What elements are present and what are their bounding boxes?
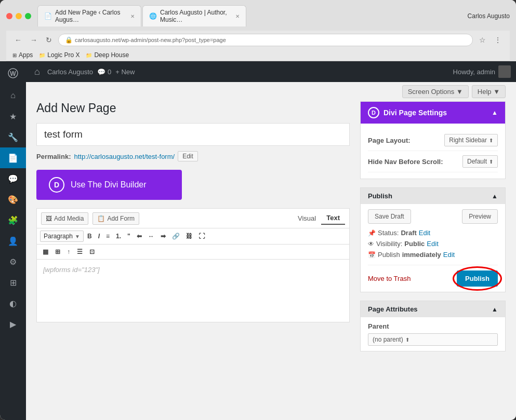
minimize-traffic-light[interactable] xyxy=(16,13,22,19)
page-layout-label: Page Layout: xyxy=(368,137,439,144)
parent-chevron: ⬆ xyxy=(405,337,409,343)
sidebar-item-appearance[interactable]: 🎨 xyxy=(0,189,26,210)
publish-panel-body: Save Draft Preview 📌 Status: Draft Edit xyxy=(361,204,505,292)
align-right-button[interactable]: ➡ xyxy=(158,231,168,241)
bookmark-deephouse[interactable]: 📁 Deep House xyxy=(86,51,129,59)
table-button[interactable]: ▦ xyxy=(40,247,51,257)
move-to-trash-link[interactable]: Move to Trash xyxy=(368,275,411,282)
permalink-edit-button[interactable]: Edit xyxy=(178,151,198,161)
publish-collapse[interactable]: ▲ xyxy=(492,193,498,200)
help-button[interactable]: Help ▼ xyxy=(472,85,506,98)
browser-tab-1[interactable]: 📄 Add New Page ‹ Carlos Augus… ✕ xyxy=(37,5,141,26)
admin-avatar[interactable] xyxy=(498,65,511,78)
admin-bar-comments[interactable]: 💬 0 xyxy=(97,68,111,76)
admin-bar-new[interactable]: + New xyxy=(115,68,135,76)
divi-panel-header[interactable]: D Divi Page Settings ▲ xyxy=(361,102,505,124)
parent-select[interactable]: (no parent) ⬆ xyxy=(368,333,498,346)
visibility-value: Public xyxy=(404,240,425,248)
status-row: 📌 Status: Draft Edit xyxy=(368,229,498,237)
sidebar-item-pages[interactable]: 📄 xyxy=(0,147,26,168)
sidebar-item-dashboard[interactable]: ⌂ xyxy=(0,85,26,106)
divi-d-circle: D xyxy=(49,177,64,193)
fullscreen-button[interactable]: ⛶ xyxy=(196,231,207,241)
sidebar-item-users[interactable]: 👤 xyxy=(0,231,26,251)
tab-2-label: Carlos Augusto | Author, Music… xyxy=(160,9,232,23)
url-input[interactable]: 🔒 carlosaugusto.net/wp-admin/post-new.ph… xyxy=(58,34,473,46)
more-options-button[interactable]: ⋮ xyxy=(492,35,504,45)
page-attr-collapse[interactable]: ▲ xyxy=(492,306,498,313)
tab-1-label: Add New Page ‹ Carlos Augus… xyxy=(55,9,127,23)
text-mode-button[interactable]: Text xyxy=(321,212,345,225)
page-layout-select[interactable]: Right Sidebar ⬆ xyxy=(444,134,498,146)
align-left-button[interactable]: ⬅ xyxy=(134,231,144,241)
sidebar-item-play[interactable]: ▶ xyxy=(0,314,26,334)
apps-icon: ⊞ xyxy=(12,52,17,58)
permalink-label: Permalink: xyxy=(36,153,71,160)
tab-1-close[interactable]: ✕ xyxy=(130,13,135,19)
close-traffic-light[interactable] xyxy=(6,13,12,19)
ul-button[interactable]: ≡ xyxy=(103,231,112,241)
publish-edit-link[interactable]: Edit xyxy=(443,251,455,259)
publish-button[interactable]: Publish xyxy=(457,270,498,287)
howdy-label: Howdy, admin xyxy=(453,68,495,76)
save-draft-button[interactable]: Save Draft xyxy=(368,209,411,224)
page-editor: Add New Page Permalink: http://carlosaug… xyxy=(26,101,516,420)
browser-tab-2[interactable]: 🌐 Carlos Augusto | Author, Music… ✕ xyxy=(142,5,246,26)
bookmark-star[interactable]: ☆ xyxy=(477,35,488,45)
italic-button[interactable]: I xyxy=(96,231,102,241)
address-bar: ← → ↻ 🔒 carlosaugusto.net/wp-admin/post-… xyxy=(6,31,510,49)
publish-when-row: 📅 Publish immediately Edit xyxy=(368,251,498,259)
maximize-traffic-light[interactable] xyxy=(25,13,31,19)
color1-button[interactable]: ↑ xyxy=(64,247,73,257)
back-button[interactable]: ← xyxy=(12,35,24,45)
add-media-button[interactable]: 🖼 Add Media xyxy=(41,212,88,225)
sidebar-item-tools[interactable]: 🔧 xyxy=(0,127,26,147)
page-title-input[interactable] xyxy=(36,123,350,146)
paragraph-select[interactable]: Paragraph ▼ xyxy=(40,231,84,242)
comments-icon: 💬 xyxy=(97,68,105,76)
hide-nav-select[interactable]: Default ⬆ xyxy=(462,155,498,168)
sidebar-item-settings[interactable]: ⚙ xyxy=(0,251,26,272)
divi-panel-collapse[interactable]: ▲ xyxy=(492,109,498,116)
browser-tabs: 📄 Add New Page ‹ Carlos Augus… ✕ 🌐 Carlo… xyxy=(37,5,468,26)
add-form-button[interactable]: 📋 Add Form xyxy=(92,212,139,225)
wp-admin-sidebar: W ⌂ ★ 🔧 📄 💬 🎨 🧩 👤 ⚙ ⊞ ◐ ▶ xyxy=(0,61,26,420)
unlink-button[interactable]: ⛓ xyxy=(183,231,195,241)
sidebar-item-star[interactable]: ★ xyxy=(0,106,26,127)
sidebar-item-plugins[interactable]: 🧩 xyxy=(0,210,26,231)
parent-label: Parent xyxy=(368,322,498,330)
forward-button[interactable]: → xyxy=(28,35,39,45)
page-attr-header[interactable]: Page Attributes ▲ xyxy=(361,301,505,317)
tab-2-close[interactable]: ✕ xyxy=(235,13,240,19)
format-toolbar: Paragraph ▼ B I ≡ 1. " ⬅ ↔ ➡ xyxy=(37,228,349,245)
admin-bar-site[interactable]: Carlos Augusto xyxy=(47,68,93,76)
status-edit-link[interactable]: Edit xyxy=(419,229,430,237)
sidebar-item-media[interactable]: ⊞ xyxy=(0,272,26,293)
admin-bar-home[interactable]: ⌂ xyxy=(31,66,43,77)
permalink-link[interactable]: http://carlosaugusto.net/test-form/ xyxy=(74,153,175,160)
preview-button[interactable]: Preview xyxy=(462,209,498,224)
visibility-edit-link[interactable]: Edit xyxy=(427,240,438,248)
sidebar-item-divi[interactable]: ◐ xyxy=(0,293,26,314)
wp-logo[interactable]: W xyxy=(0,61,26,85)
blockquote-button[interactable]: " xyxy=(125,231,133,241)
align-center-button[interactable]: ↔ xyxy=(145,231,157,241)
link-button[interactable]: 🔗 xyxy=(169,231,182,241)
divi-builder-button[interactable]: D Use The Divi Builder xyxy=(36,170,182,200)
color2-button[interactable]: ⊡ xyxy=(87,247,97,257)
editor-body[interactable]: [wpforms id="123"] xyxy=(37,260,349,322)
list-button[interactable]: ☰ xyxy=(74,247,85,257)
url-text: carlosaugusto.net/wp-admin/post-new.php?… xyxy=(75,37,226,43)
bookmark-apps[interactable]: ⊞ Apps xyxy=(12,51,33,59)
bookmark-apps-label: Apps xyxy=(19,51,33,59)
bookmark-logicpro[interactable]: 📁 Logic Pro X xyxy=(39,51,80,59)
visual-mode-button[interactable]: Visual xyxy=(293,212,321,225)
publish-panel-header[interactable]: Publish ▲ xyxy=(361,188,505,204)
ol-button[interactable]: 1. xyxy=(113,231,124,241)
refresh-button[interactable]: ↻ xyxy=(44,35,54,45)
grid-button[interactable]: ⊞ xyxy=(52,247,63,257)
sidebar-item-comments[interactable]: 💬 xyxy=(0,168,26,189)
bold-button[interactable]: B xyxy=(85,231,95,241)
divi-panel-body: Page Layout: Right Sidebar ⬆ Hide Nav Be… xyxy=(361,124,505,179)
screen-options-button[interactable]: Screen Options ▼ xyxy=(402,85,469,98)
